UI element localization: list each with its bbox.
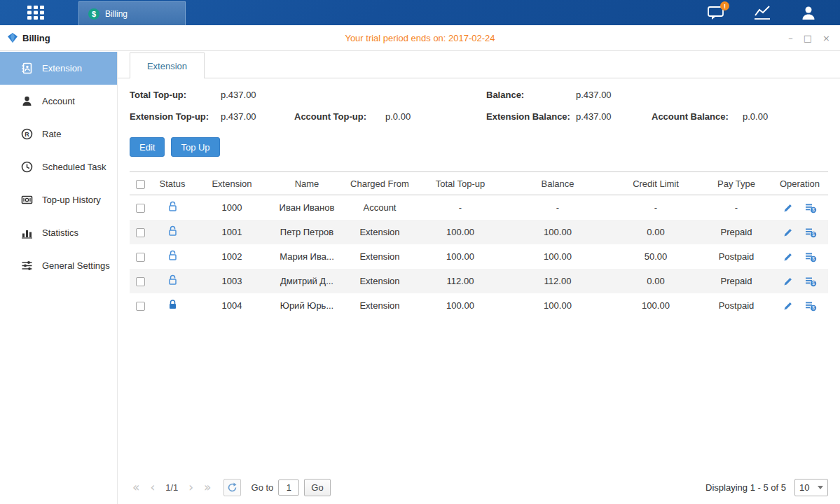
row-checkbox[interactable]	[136, 302, 145, 311]
account-topup-value: p.0.00	[385, 111, 411, 122]
edit-row-icon[interactable]	[783, 202, 794, 214]
header-operation: Operation	[771, 172, 828, 195]
topup-record-icon[interactable]: $	[805, 202, 817, 214]
topup-record-icon[interactable]: $	[805, 300, 817, 312]
svg-text:R: R	[25, 131, 29, 138]
notifications-button[interactable]: !	[707, 5, 725, 20]
status-locked-icon[interactable]	[167, 299, 178, 310]
svg-text:$: $	[812, 256, 815, 261]
row-checkbox[interactable]	[136, 277, 145, 286]
header-status: Status	[151, 172, 194, 195]
sidebar-item-extension[interactable]: Extension	[0, 52, 117, 85]
page-indicator: 1/1	[163, 482, 181, 493]
status-unlocked-icon[interactable]	[167, 225, 178, 237]
maximize-icon[interactable]: □	[804, 33, 812, 43]
sidebar-item-rate[interactable]: R Rate	[0, 118, 117, 150]
cell-pay-type: Postpaid	[701, 293, 771, 318]
header-pay-type: Pay Type	[701, 172, 771, 195]
extensions-table: Status Extension Name Charged From Total…	[130, 172, 828, 318]
header-charged-from: Charged From	[344, 172, 415, 195]
cell-extension: 1002	[194, 244, 270, 269]
prev-page-button[interactable]: ‹	[147, 482, 158, 493]
app-title: Billing	[7, 32, 50, 43]
window-controls: – □ ×	[788, 25, 830, 51]
grid-icon	[27, 5, 45, 20]
refresh-icon	[227, 482, 237, 493]
next-page-button[interactable]: ›	[186, 482, 196, 493]
close-icon[interactable]: ×	[822, 33, 830, 43]
pagination-bar: « ‹ 1/1 › » Go to Go Displaying 1 - 5 of…	[130, 477, 828, 498]
displaying-text: Displaying 1 - 5 of 5	[705, 482, 786, 493]
user-account-button[interactable]	[799, 5, 818, 20]
account-topup-label: Account Top-up:	[294, 111, 366, 122]
goto-page-input[interactable]	[278, 479, 299, 496]
cell-extension: 1000	[194, 195, 270, 220]
cell-name: Иван Иванов	[270, 195, 344, 220]
cell-credit-limit: 0.00	[610, 269, 701, 293]
header-credit-limit: Credit Limit	[610, 172, 701, 195]
top-up-button[interactable]: Top Up	[171, 137, 219, 157]
select-all-checkbox[interactable]	[136, 180, 145, 189]
minimize-icon[interactable]: –	[788, 33, 793, 43]
edit-row-icon[interactable]	[783, 227, 794, 238]
first-page-button[interactable]: «	[130, 482, 142, 493]
account-icon	[21, 95, 33, 107]
sidebar-item-label: Rate	[42, 129, 61, 139]
extension-balance-value: p.437.00	[576, 111, 612, 122]
row-checkbox[interactable]	[136, 228, 145, 237]
tab-extension[interactable]: Extension	[130, 52, 205, 78]
row-checkbox[interactable]	[136, 253, 145, 262]
topup-record-icon[interactable]: $	[805, 251, 817, 262]
cell-balance: 100.00	[505, 220, 610, 244]
status-unlocked-icon[interactable]	[167, 250, 178, 261]
last-page-button[interactable]: »	[201, 482, 214, 493]
cell-name: Мария Ива...	[270, 244, 344, 269]
action-buttons: Edit Top Up	[118, 137, 840, 157]
sidebar-item-scheduled-task[interactable]: Scheduled Task	[0, 150, 117, 183]
app-grid-icon[interactable]	[27, 5, 45, 20]
page-size-select[interactable]: 10	[794, 479, 828, 496]
cell-balance: 100.00	[505, 244, 610, 269]
tab-strip: Extension	[118, 52, 840, 78]
cell-charged-from: Extension	[344, 293, 415, 318]
cell-extension: 1001	[194, 220, 270, 244]
refresh-button[interactable]	[223, 479, 241, 496]
status-unlocked-icon[interactable]	[167, 274, 178, 286]
cell-balance: 112.00	[505, 269, 610, 293]
sliders-icon	[21, 260, 33, 272]
header-name: Name	[270, 172, 344, 195]
topup-record-icon[interactable]: $	[805, 227, 817, 238]
edit-button[interactable]: Edit	[130, 137, 165, 157]
row-checkbox[interactable]	[136, 204, 145, 213]
extension-balance-label: Extension Balance:	[486, 111, 570, 122]
balance-label: Balance:	[486, 90, 524, 100]
account-balance-value: p.0.00	[743, 111, 768, 122]
sidebar-item-statistics[interactable]: Statistics	[0, 216, 117, 249]
edit-row-icon[interactable]	[783, 276, 794, 287]
header-total-topup: Total Top-up	[415, 172, 505, 195]
extension-topup-label: Extension Top-up:	[130, 111, 209, 122]
notification-badge: !	[720, 1, 729, 10]
sidebar-item-label: Extension	[42, 63, 82, 74]
status-unlocked-icon[interactable]	[167, 201, 178, 212]
window-title-bar: Billing Your trial period ends on: 2017-…	[0, 25, 840, 51]
taskbar-tab-billing[interactable]: $ Billing	[78, 1, 186, 25]
reports-button[interactable]	[753, 5, 771, 20]
sidebar-item-label: Scheduled Task	[42, 162, 106, 172]
table-row: 1001 Петр Петров Extension 100.00 100.00…	[130, 220, 828, 244]
billing-app-window: $ Billing !	[0, 0, 840, 504]
cell-credit-limit: -	[610, 195, 701, 220]
sidebar-item-topup-history[interactable]: Top-up History	[0, 183, 117, 216]
cell-total-topup: 100.00	[415, 220, 505, 244]
table-row: 1002 Мария Ива... Extension 100.00 100.0…	[130, 244, 828, 269]
bar-chart-icon	[21, 227, 33, 239]
rate-icon: R	[21, 128, 33, 140]
edit-row-icon[interactable]	[783, 300, 794, 312]
topup-record-icon[interactable]: $	[805, 276, 817, 287]
sidebar-item-account[interactable]: Account	[0, 85, 117, 118]
sidebar-item-general-settings[interactable]: General Settings	[0, 249, 117, 282]
edit-row-icon[interactable]	[783, 251, 794, 262]
go-button[interactable]: Go	[304, 479, 330, 496]
clock-icon	[21, 161, 33, 173]
header-extension: Extension	[194, 172, 270, 195]
